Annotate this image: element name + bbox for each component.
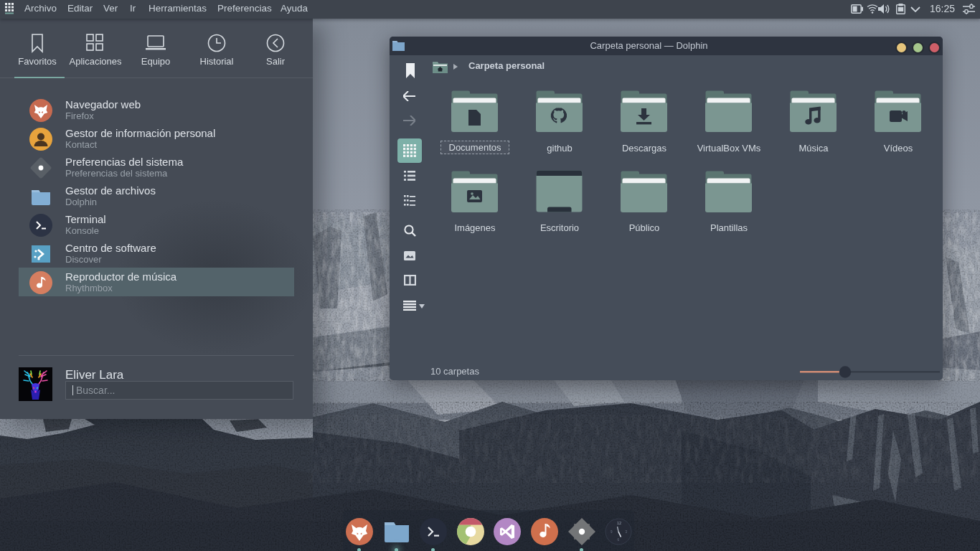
svg-text:12: 12 <box>617 521 621 525</box>
